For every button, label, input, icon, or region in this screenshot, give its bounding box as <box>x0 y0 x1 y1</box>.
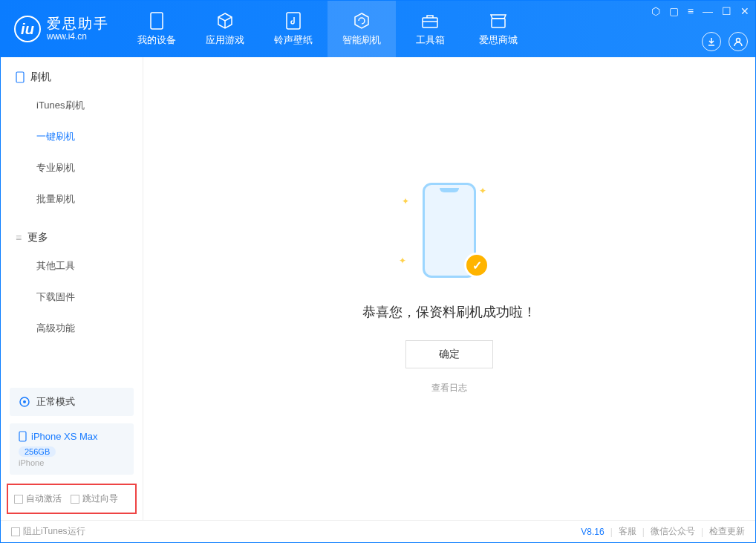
cube-icon <box>215 11 235 30</box>
nav-label: 工具箱 <box>416 33 445 47</box>
app-url: www.i4.cn <box>47 32 109 42</box>
svg-rect-2 <box>423 18 437 27</box>
mode-box[interactable]: 正常模式 <box>10 388 134 416</box>
block-itunes-checkbox[interactable]: 阻止iTunes运行 <box>11 525 85 538</box>
nav-label: 智能刷机 <box>342 33 381 47</box>
wechat-link[interactable]: 微信公众号 <box>651 525 695 538</box>
svg-rect-9 <box>19 432 26 441</box>
view-log-link[interactable]: 查看日志 <box>431 382 467 394</box>
shirt-icon[interactable]: ⬡ <box>651 5 660 17</box>
maximize-button[interactable]: ☐ <box>722 5 731 17</box>
nav-flash[interactable]: 智能刷机 <box>328 1 396 57</box>
body: 刷机 iTunes刷机 一键刷机 专业刷机 批量刷机 ≡ 更多 其他工具 下载固… <box>1 57 755 520</box>
nav-my-device[interactable]: 我的设备 <box>123 1 191 57</box>
checkbox-label: 跳过向导 <box>82 492 118 505</box>
success-message: 恭喜您，保资料刷机成功啦！ <box>362 303 536 321</box>
nav-toolbox[interactable]: 工具箱 <box>396 1 464 57</box>
skip-guide-checkbox[interactable]: 跳过向导 <box>71 492 118 505</box>
nav-label: 应用游戏 <box>206 33 244 47</box>
sidebar: 刷机 iTunes刷机 一键刷机 专业刷机 批量刷机 ≡ 更多 其他工具 下载固… <box>1 57 143 520</box>
toolbox-icon <box>420 11 440 30</box>
support-link[interactable]: 客服 <box>619 525 636 538</box>
list-icon: ≡ <box>16 232 22 244</box>
sidebar-section-flash: 刷机 iTunes刷机 一键刷机 专业刷机 批量刷机 <box>1 57 143 218</box>
logo-icon: iu <box>14 16 41 42</box>
checkbox-label: 自动激活 <box>26 492 62 505</box>
sparkle-icon: ✦ <box>479 186 486 196</box>
device-name: iPhone XS Max <box>31 431 98 442</box>
menu-icon[interactable]: ≡ <box>688 5 694 17</box>
download-button[interactable] <box>702 32 721 51</box>
footer: 阻止iTunes运行 V8.16 | 客服 | 微信公众号 | 检查更新 <box>1 520 755 542</box>
user-button[interactable] <box>729 32 748 51</box>
sidebar-item-batch-flash[interactable]: 批量刷机 <box>1 183 143 215</box>
check-badge-icon: ✓ <box>464 253 489 278</box>
logo: iu 爱思助手 www.i4.cn <box>1 16 123 42</box>
phone-small-icon <box>16 71 25 83</box>
checkbox-label: 阻止iTunes运行 <box>23 525 85 538</box>
nav-ringtones[interactable]: 铃声壁纸 <box>259 1 328 57</box>
section-title: 更多 <box>27 231 48 244</box>
header-actions <box>702 32 748 51</box>
sidebar-section-more: ≡ 更多 其他工具 下载固件 高级功能 <box>1 218 143 347</box>
top-nav: 我的设备 应用游戏 铃声壁纸 智能刷机 工具箱 爱思商城 <box>123 1 532 57</box>
mode-label: 正常模式 <box>36 395 75 409</box>
svg-rect-4 <box>492 19 505 27</box>
lock-icon[interactable]: ▢ <box>669 5 679 17</box>
device-capacity: 256GB <box>19 446 56 457</box>
nav-label: 爱思商城 <box>479 33 518 47</box>
svg-rect-1 <box>287 13 300 29</box>
store-icon <box>489 11 508 30</box>
nav-label: 我的设备 <box>137 33 176 47</box>
sidebar-item-other-tools[interactable]: 其他工具 <box>1 250 143 282</box>
mode-icon <box>19 396 30 408</box>
version-label: V8.16 <box>581 527 604 537</box>
close-button[interactable]: ✕ <box>740 5 749 17</box>
svg-rect-0 <box>151 13 163 29</box>
sidebar-item-download-firmware[interactable]: 下载固件 <box>1 282 143 313</box>
highlighted-options: 自动激活 跳过向导 <box>7 484 137 514</box>
sparkle-icon: ✦ <box>402 196 409 207</box>
minimize-button[interactable]: — <box>703 5 713 17</box>
sidebar-item-itunes-flash[interactable]: iTunes刷机 <box>1 90 143 121</box>
device-icon <box>147 11 166 30</box>
auto-activate-checkbox[interactable]: 自动激活 <box>14 492 62 505</box>
section-title: 刷机 <box>30 71 51 84</box>
header: iu 爱思助手 www.i4.cn 我的设备 应用游戏 铃声壁纸 智能刷机 <box>1 1 755 57</box>
svg-rect-6 <box>16 72 24 82</box>
nav-label: 铃声壁纸 <box>274 33 313 47</box>
music-file-icon <box>284 11 303 30</box>
nav-apps[interactable]: 应用游戏 <box>191 1 259 57</box>
check-update-link[interactable]: 检查更新 <box>709 525 745 538</box>
device-box[interactable]: iPhone XS Max 256GB iPhone <box>10 423 134 475</box>
sidebar-item-oneclick-flash[interactable]: 一键刷机 <box>1 121 143 152</box>
refresh-hex-icon <box>352 11 371 30</box>
sparkle-icon: ✦ <box>399 256 406 266</box>
sidebar-item-pro-flash[interactable]: 专业刷机 <box>1 152 143 183</box>
svg-point-5 <box>737 39 740 42</box>
app-window: iu 爱思助手 www.i4.cn 我的设备 应用游戏 铃声壁纸 智能刷机 <box>0 0 756 543</box>
app-title: 爱思助手 <box>47 16 109 32</box>
main-content: ✦ ✦ ✦ ✓ 恭喜您，保资料刷机成功啦！ 确定 查看日志 <box>143 57 755 520</box>
device-phone-icon <box>19 431 27 442</box>
device-type: iPhone <box>19 458 125 467</box>
success-illustration: ✦ ✦ ✦ ✓ <box>405 183 494 287</box>
nav-store[interactable]: 爱思商城 <box>464 1 532 57</box>
window-controls: ⬡ ▢ ≡ — ☐ ✕ <box>651 5 749 17</box>
sidebar-item-advanced[interactable]: 高级功能 <box>1 313 143 344</box>
ok-button[interactable]: 确定 <box>405 340 493 368</box>
svg-point-8 <box>23 400 26 403</box>
